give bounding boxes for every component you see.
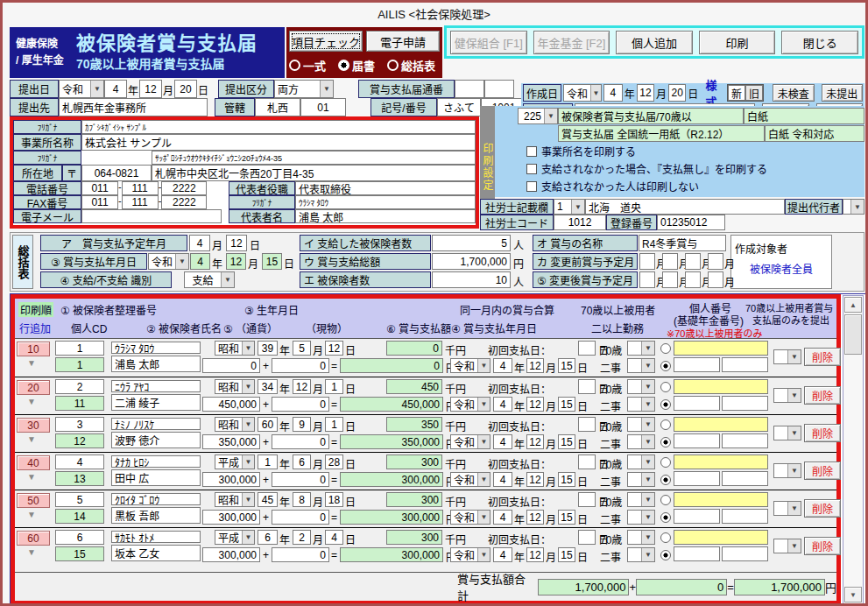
tel1-input[interactable]: 011 [81, 181, 118, 195]
print-button[interactable]: 印刷 [699, 31, 776, 54]
birth-month-input[interactable]: 12 [293, 379, 311, 394]
nenkin-kikin-button[interactable]: 年金基金 [F2] [533, 31, 610, 54]
postal-input[interactable]: 064-0821 [81, 165, 152, 181]
submission-day-input[interactable]: 20 [174, 80, 197, 98]
fax3-input[interactable]: 2222 [161, 195, 207, 209]
creation-day-input[interactable]: 20 [668, 84, 686, 102]
kojin-number-input[interactable] [674, 417, 768, 432]
office-name-input[interactable]: 株式会社 サンプル [81, 134, 476, 151]
cash-amount-input[interactable]: 300,000 [202, 547, 260, 562]
kiso-number-input-2[interactable] [722, 509, 768, 524]
age70-select[interactable]: ▼ [627, 417, 655, 432]
schedule-month-input[interactable] [639, 271, 655, 288]
print-no-payment-option[interactable]: 支給されなかった場合、『支払無し』を印刷する [495, 160, 864, 177]
age70-only-select[interactable]: ▼ [773, 501, 801, 516]
birth-day-input[interactable]: 12 [325, 341, 343, 356]
bonus-total-value[interactable]: 1,700,000 [432, 253, 511, 270]
pay-month-input[interactable]: 12 [526, 510, 544, 525]
cash-amount-input[interactable]: 450,000 [202, 397, 260, 412]
pay-date-year-input[interactable]: 4 [190, 253, 210, 270]
kojin-number-input[interactable] [674, 454, 768, 469]
pay-schedule-day-input[interactable]: 12 [226, 235, 247, 251]
birth-year-input[interactable]: 1 [258, 454, 278, 469]
name-kana-input[interactable]: ﾆｳﾗ ｱﾔｺ [111, 380, 201, 392]
add-person-button[interactable]: 個人追加 [616, 31, 693, 54]
bonus-name-input[interactable]: R4冬季賞与 [639, 235, 726, 251]
pay-year-input[interactable]: 4 [493, 472, 512, 487]
radio-soukatsuhyo[interactable] [387, 60, 399, 71]
print-order-button[interactable]: 10 [17, 342, 50, 356]
kojin-number-radio[interactable] [660, 457, 671, 468]
delete-button[interactable]: 削除 [804, 537, 841, 555]
kiso-number-input-2[interactable] [722, 396, 768, 411]
niji-select[interactable]: ▼ [627, 434, 655, 449]
pay-year-input[interactable]: 4 [493, 358, 512, 373]
pay-day-input[interactable]: 15 [558, 547, 575, 562]
close-button[interactable]: 閉じる [781, 31, 858, 54]
kiso-number-radio[interactable] [660, 399, 671, 410]
print-order-button[interactable]: 40 [17, 455, 50, 470]
dest-input[interactable]: 札幌西年金事務所 [59, 98, 208, 116]
goods-amount-input[interactable]: 0 [272, 358, 329, 373]
birth-year-input[interactable]: 34 [258, 379, 278, 394]
kojin-number-input[interactable] [674, 492, 768, 507]
email-input[interactable] [81, 209, 222, 223]
kojin-number-radio[interactable] [660, 382, 671, 392]
cash-amount-input[interactable]: 300,000 [202, 472, 260, 487]
schedule-month-input[interactable] [708, 253, 723, 270]
address-input[interactable]: 札幌市中央区北一条西20丁目4-35 [152, 165, 476, 181]
niji-select[interactable]: ▼ [627, 358, 655, 373]
age70-select[interactable]: ▼ [627, 379, 655, 394]
goods-amount-input[interactable]: 0 [272, 397, 329, 412]
kojin-number-radio[interactable] [660, 343, 671, 354]
cash-amount-input[interactable]: 0 [202, 358, 260, 373]
style-old-button[interactable]: 旧 [745, 85, 763, 101]
scrollbar-thumb[interactable] [844, 314, 862, 355]
schedule-month-input[interactable] [662, 253, 678, 270]
first-pay-day-input[interactable] [578, 417, 596, 432]
kiso-number-radio[interactable] [660, 437, 671, 447]
rep-kana-input[interactable]: ｳﾗｼﾏ ﾀﾛｳ [295, 195, 476, 209]
print-order-button[interactable]: 20 [17, 380, 50, 395]
birth-month-input[interactable]: 8 [293, 492, 311, 507]
pay-month-input[interactable]: 12 [526, 434, 544, 449]
e-apply-button[interactable]: 電子申請 [366, 31, 440, 52]
delete-button[interactable]: 削除 [804, 462, 841, 480]
kojin-number-input[interactable] [674, 530, 768, 545]
item-check-button[interactable]: 項目チェック [289, 31, 363, 52]
schedule-month-input[interactable] [662, 271, 678, 288]
pay-year-input[interactable]: 4 [493, 547, 512, 562]
pay-month-input[interactable]: 12 [526, 397, 544, 412]
name-kana-input[interactable]: ﾅﾐﾉ ﾉﾘｽｹ [111, 418, 201, 430]
pay-day-input[interactable]: 15 [558, 434, 575, 449]
age70-select[interactable]: ▼ [627, 492, 655, 507]
name-input[interactable]: 二浦 綾子 [111, 394, 201, 411]
kigo-input[interactable]: さふて [437, 98, 481, 116]
delete-button[interactable]: 削除 [804, 424, 841, 442]
goods-amount-input[interactable]: 0 [272, 472, 329, 487]
pay-schedule-month-input[interactable]: 4 [189, 235, 210, 251]
birth-day-input[interactable]: 28 [325, 454, 343, 469]
seiri-number-input[interactable]: 1 [55, 341, 104, 356]
kiso-number-input-2[interactable] [722, 471, 768, 486]
age70-only-select[interactable]: ▼ [773, 388, 801, 403]
kojin-number-input[interactable] [674, 341, 768, 356]
pay-day-input[interactable]: 15 [558, 397, 575, 412]
name-kana-input[interactable]: ｸﾛｲﾀ ｺﾞﾛｳ [111, 493, 201, 505]
pay-date-era-select[interactable]: 令和▼ [148, 253, 189, 270]
birth-year-input[interactable]: 60 [258, 417, 278, 432]
unchecked-button[interactable]: 未検査 [773, 84, 814, 102]
unsubmitted-button[interactable]: 未提出 [822, 84, 863, 102]
submission-division-select[interactable]: 両方▼ [274, 80, 334, 98]
delete-button[interactable]: 削除 [804, 348, 841, 366]
niji-select[interactable]: ▼ [627, 397, 655, 412]
kiso-number-input-1[interactable] [674, 546, 720, 561]
pay-era-select[interactable]: 令和▼ [450, 358, 490, 373]
creation-era-select[interactable]: 令和▼ [563, 84, 602, 102]
cash-amount-input[interactable]: 300,000 [202, 510, 260, 525]
birth-era-select[interactable]: 平成▼ [215, 454, 255, 469]
age70-only-select[interactable]: ▼ [773, 349, 801, 364]
scroll-down-icon[interactable]: ▼ [844, 587, 862, 602]
birth-month-input[interactable]: 9 [293, 417, 311, 432]
birth-day-input[interactable]: 1 [325, 379, 343, 394]
